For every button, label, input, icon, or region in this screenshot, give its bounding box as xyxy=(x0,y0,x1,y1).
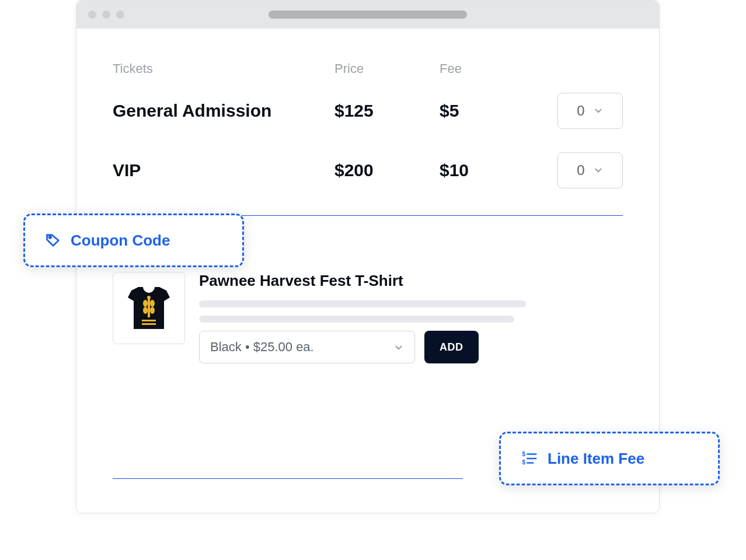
ticket-row-general-admission: General Admission $125 $5 0 xyxy=(113,93,623,129)
ticket-qty-select[interactable]: 0 xyxy=(557,93,623,129)
ticket-qty-select[interactable]: 0 xyxy=(557,152,623,188)
ticket-fee: $10 xyxy=(440,160,533,180)
skeleton-line xyxy=(199,300,526,307)
chevron-down-icon xyxy=(393,342,404,352)
section-divider xyxy=(113,478,463,479)
chevron-down-icon xyxy=(593,165,604,176)
traffic-light-dot xyxy=(102,10,110,19)
svg-text:$: $ xyxy=(522,451,526,457)
tag-icon xyxy=(45,232,61,249)
svg-rect-6 xyxy=(142,320,156,321)
traffic-light-dot xyxy=(116,10,124,19)
coupon-code-callout[interactable]: Coupon Code xyxy=(23,214,244,267)
price-header-label: Price xyxy=(334,61,440,76)
addon-option-select[interactable]: Black • $25.00 ea. xyxy=(199,331,415,363)
ticket-qty-value: 0 xyxy=(577,162,584,178)
fee-header-label: Fee xyxy=(440,61,533,76)
ticket-name: VIP xyxy=(113,160,334,180)
addon-row: Pawnee Harvest Fest T-Shirt Black • $25.… xyxy=(113,272,623,363)
addon-option-label: Black • $25.00 ea. xyxy=(210,340,314,355)
tickets-header-label: Tickets xyxy=(113,61,334,76)
address-bar-placeholder xyxy=(269,10,467,19)
tickets-header-row: Tickets Price Fee xyxy=(113,61,623,76)
line-item-fee-callout[interactable]: $ $ Line Item Fee xyxy=(499,432,720,485)
svg-point-2 xyxy=(150,300,155,307)
svg-point-8 xyxy=(49,236,51,239)
svg-rect-7 xyxy=(142,323,156,325)
tshirt-icon xyxy=(121,280,177,336)
svg-point-4 xyxy=(150,307,155,314)
chevron-down-icon xyxy=(593,106,604,116)
svg-text:$: $ xyxy=(522,459,526,466)
line-item-fee-label: Line Item Fee xyxy=(548,450,644,468)
svg-point-3 xyxy=(143,307,148,314)
add-button[interactable]: ADD xyxy=(424,331,479,363)
svg-point-1 xyxy=(143,300,148,307)
skeleton-line xyxy=(199,316,514,323)
ticket-price: $200 xyxy=(334,160,440,180)
addon-option-row: Black • $25.00 ea. ADD xyxy=(199,331,623,363)
traffic-light-dot xyxy=(88,10,96,19)
addon-thumbnail xyxy=(113,272,185,344)
fee-list-icon: $ $ xyxy=(521,450,538,467)
ticket-row-vip: VIP $200 $10 0 xyxy=(113,152,623,188)
ticket-fee: $5 xyxy=(440,101,533,121)
svg-rect-5 xyxy=(148,299,150,317)
coupon-code-label: Coupon Code xyxy=(71,232,170,250)
browser-chrome xyxy=(76,1,659,29)
ticket-qty-value: 0 xyxy=(577,103,584,119)
ticket-price: $125 xyxy=(334,101,440,121)
addon-title: Pawnee Harvest Fest T-Shirt xyxy=(199,272,623,290)
ticket-name: General Admission xyxy=(113,101,334,121)
addon-body: Pawnee Harvest Fest T-Shirt Black • $25.… xyxy=(199,272,623,363)
